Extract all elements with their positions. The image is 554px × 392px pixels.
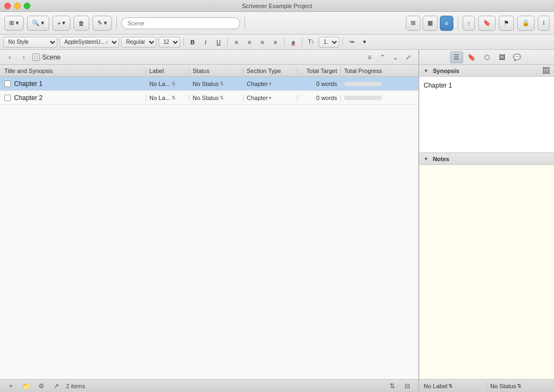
status-bar: + 📁 ⚙ ↗ 2 items ⇅ ⊟ <box>0 379 418 392</box>
synopsis-header: ▼ Synopsis 🖼 <box>419 65 554 77</box>
target-text-2: 0 words <box>316 95 337 101</box>
sort-btn[interactable]: ⇅ <box>387 381 398 391</box>
view-buttons: ⊞ ▦ ≡ <box>406 16 453 31</box>
flag-btn[interactable]: ⚑ <box>499 16 514 31</box>
outliner-down-btn[interactable]: ⌄ <box>390 52 401 63</box>
corkboard-view-btn[interactable]: ⊞ <box>406 16 420 31</box>
inspector-label-btn[interactable]: ⬡ <box>480 51 493 63</box>
style-select[interactable]: No Style <box>3 37 57 48</box>
table-row[interactable]: Chapter 1 No La... ⇅ No Status ⇅ Chapter… <box>0 77 418 91</box>
outliner-toolbar: ‹ › □ Scene ≡ ⌃ ⌄ ⤢ <box>0 50 418 65</box>
row-title-text-1: Chapter 1 <box>14 80 43 88</box>
status-stepper-1[interactable]: ⇅ <box>220 81 224 87</box>
outliner-menu-btn[interactable]: ≡ <box>364 52 375 63</box>
col-header-status: Status <box>189 68 243 74</box>
inspector-bottom-bar: No Label ⇅ No Status ⇅ <box>419 379 554 392</box>
search-input[interactable] <box>121 17 240 29</box>
text-color-btn[interactable]: a <box>288 37 299 48</box>
edit-btn[interactable]: ✎ ▾ <box>93 16 112 31</box>
outliner-expand-btn[interactable]: ⤢ <box>403 52 414 63</box>
align-justify-btn[interactable]: ≡ <box>270 37 281 48</box>
settings-btn[interactable]: ⚙ <box>36 381 47 391</box>
font-select[interactable]: AppleSystemU... ◇ <box>60 37 119 48</box>
row-title-text-2: Chapter 2 <box>14 94 43 102</box>
add-btn[interactable]: + ▾ <box>52 16 70 31</box>
notes-content[interactable] <box>419 165 554 379</box>
status-stepper-2[interactable]: ⇅ <box>220 95 224 101</box>
row-progress-2 <box>341 96 418 100</box>
bookmark-icon: 🔖 <box>467 54 476 61</box>
zoom-button[interactable] <box>24 3 30 9</box>
inspector-comment-btn[interactable]: 💬 <box>511 51 524 63</box>
bold-btn[interactable]: B <box>187 37 198 48</box>
label-select[interactable]: No Label ⇅ <box>424 383 483 389</box>
outliner-view-btn[interactable]: ▦ <box>423 16 438 31</box>
inspector-notes-btn[interactable]: ☰ <box>450 51 463 63</box>
label-stepper-2[interactable]: ⇅ <box>172 95 176 101</box>
list-view-btn[interactable]: ≡ <box>440 16 453 31</box>
size-select[interactable]: 12 <box>159 37 180 48</box>
flag-icon: ⚑ <box>504 19 509 26</box>
notes-collapse-icon[interactable]: ▼ <box>424 156 428 162</box>
inspector-photo-btn[interactable]: 🖼 <box>496 51 509 63</box>
nav-back-btn[interactable]: ‹ <box>4 52 15 63</box>
label-stepper-1[interactable]: ⇅ <box>172 81 176 87</box>
table-row[interactable]: Chapter 2 No La... ⇅ No Status ⇅ Chapter… <box>0 91 418 105</box>
main-content: ‹ › □ Scene ≡ ⌃ ⌄ ⤢ Title and Synopsis L… <box>0 50 554 392</box>
grid-icon: ⊞ <box>9 19 14 26</box>
comment-icon: 💬 <box>513 54 521 61</box>
search-btn[interactable]: 🔍 ▾ <box>27 16 49 31</box>
align-left-btn[interactable]: ≡ <box>231 37 242 48</box>
inspector-bookmark-btn[interactable]: 🔖 <box>465 51 478 63</box>
row-sectype-1: Chapter ▾ <box>243 81 298 87</box>
align-right-btn[interactable]: ≡ <box>257 37 268 48</box>
format-sep-5 <box>342 38 343 46</box>
columns-btn[interactable]: ⊟ <box>402 381 413 391</box>
close-button[interactable] <box>4 3 11 9</box>
weight-select[interactable]: Regular <box>121 37 156 48</box>
row-status-2: No Status ⇅ <box>189 95 243 101</box>
list-style-btn[interactable]: ≔ <box>346 37 357 48</box>
outliner-up-btn[interactable]: ⌃ <box>377 52 388 63</box>
window-title: Scrivener Example Project <box>242 3 312 9</box>
bottom-divider <box>486 382 487 390</box>
inspector-panel: ☰ 🔖 ⬡ 🖼 💬 ▼ Synopsis 🖼 Chapter 1 ▼ Notes <box>419 50 554 392</box>
format-sep-4 <box>302 38 302 46</box>
format-sep-3 <box>284 38 285 46</box>
info-btn[interactable]: ℹ <box>538 16 550 31</box>
outliner-panel: ‹ › □ Scene ≡ ⌃ ⌄ ⤢ Title and Synopsis L… <box>0 50 419 392</box>
view-mode-btn[interactable]: ⊞ ▾ <box>4 16 24 31</box>
toolbar-separator-1 <box>116 17 117 30</box>
plus-icon: + <box>57 20 61 26</box>
add-folder-btn[interactable]: 📁 <box>21 381 31 391</box>
nav-forward-btn[interactable]: › <box>18 52 29 63</box>
list-dropdown-btn[interactable]: ▾ <box>359 37 370 48</box>
col-header-total-target: Total Target <box>298 68 341 74</box>
bookmark-btn[interactable]: 🔖 <box>478 16 496 31</box>
delete-btn[interactable]: 🗑 <box>74 16 89 31</box>
add-item-btn[interactable]: + <box>5 381 16 391</box>
move-btn[interactable]: ↗ <box>51 381 62 391</box>
list-icon: ≡ <box>445 20 448 26</box>
sectype-dropdown-1[interactable]: ▾ <box>269 81 272 87</box>
synopsis-content[interactable]: Chapter 1 <box>419 77 554 152</box>
sectype-dropdown-2[interactable]: ▾ <box>269 95 272 101</box>
italic-btn[interactable]: I <box>200 37 211 48</box>
line-spacing-select[interactable]: 1.0 <box>319 37 339 48</box>
synopsis-image-icon[interactable]: 🖼 <box>542 67 550 75</box>
compose-icon: 🔒 <box>522 19 530 26</box>
row-checkbox-2[interactable] <box>4 95 11 101</box>
font-size-up-btn[interactable]: T↑ <box>306 37 316 48</box>
search-icon: 🔍 <box>32 19 39 26</box>
align-center-btn[interactable]: ≡ <box>244 37 255 48</box>
underline-btn[interactable]: U <box>213 37 224 48</box>
row-checkbox-1[interactable] <box>4 81 11 87</box>
progress-bar-bg-2 <box>344 96 382 100</box>
minimize-button[interactable] <box>14 3 21 9</box>
breadcrumb-label: Scene <box>42 54 61 61</box>
compose-btn[interactable]: 🔒 <box>517 16 535 31</box>
synopsis-collapse-icon[interactable]: ▼ <box>424 68 428 74</box>
status-select[interactable]: No Status ⇅ <box>490 383 550 389</box>
share-btn[interactable]: ↑ <box>463 16 476 31</box>
progress-bar-bg-1 <box>344 82 382 86</box>
